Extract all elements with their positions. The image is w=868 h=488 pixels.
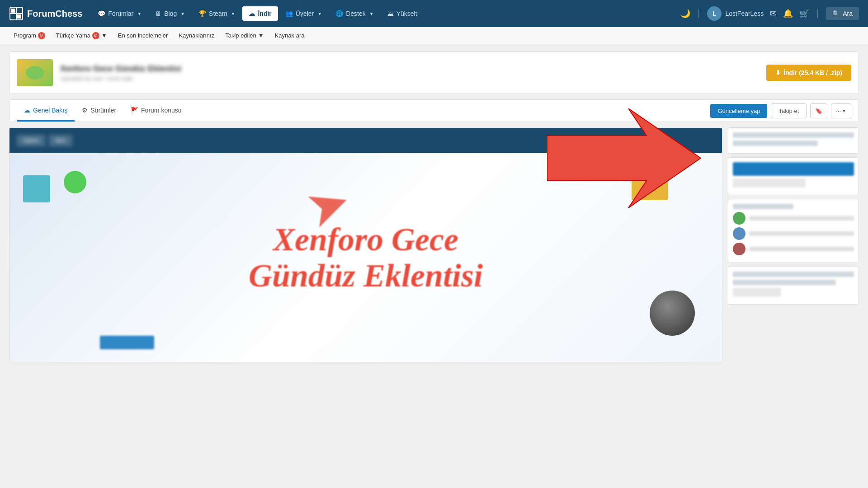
- sidebar-line-4: [733, 272, 854, 277]
- sidebar-card-1: [728, 127, 859, 154]
- content-area: Option Item ➤ Xenforo Gece Günd: [9, 127, 859, 362]
- sub-nav-kaynaklariniz[interactable]: Kaynaklarınız: [174, 30, 219, 41]
- sidebar-text-line-1: [749, 216, 854, 221]
- chevron-down-icon: ▼: [369, 11, 374, 16]
- cart-icon[interactable]: 🛒: [799, 9, 809, 19]
- sidebar-text-line-3: [749, 247, 854, 251]
- svg-rect-4: [17, 14, 21, 19]
- sub-nav-takip[interactable]: Takip edilen ▼: [221, 30, 269, 41]
- sub-nav-turkce-yama[interactable]: Türkçe Yama 🎯 ▼: [52, 30, 112, 41]
- users-icon: 👥: [285, 10, 293, 17]
- flag-icon: 🚩: [131, 107, 138, 114]
- nav-divider: [698, 9, 699, 18]
- upgrade-icon: ⛰: [387, 10, 394, 17]
- top-navbar: ForumChess 💬 Forumlar ▼ 🖥 Blog ▼ 🏆 Steam…: [0, 0, 868, 27]
- preview-header-btn-2[interactable]: Item: [49, 135, 72, 146]
- more-button[interactable]: ··· ▼: [831, 103, 851, 118]
- sidebar-avatar-3: [733, 243, 745, 255]
- tab-genel-bakis[interactable]: ☁ Genel Bakış: [17, 100, 75, 122]
- chevron-down-icon: ▼: [101, 32, 107, 39]
- globe-icon: 🌐: [335, 10, 343, 17]
- nav-yukselt-label: Yükselt: [396, 10, 417, 17]
- sub-nav-takip-label: Takip edilen: [225, 32, 256, 39]
- sidebar-small-2: [733, 288, 781, 297]
- chevron-down-icon: ▼: [317, 11, 322, 16]
- search-label: Ara: [843, 10, 853, 17]
- sidebar-avatar-row-2: [733, 227, 854, 240]
- moon-icon[interactable]: 🌙: [680, 9, 690, 19]
- user-menu[interactable]: L LostFearLess: [707, 6, 764, 21]
- download-icon: ☁: [249, 10, 255, 17]
- overview-icon: ☁: [24, 107, 30, 114]
- nav-destek-label: Destek: [346, 10, 366, 17]
- sub-nav-turkce-yama-label: Türkçe Yama: [56, 32, 90, 39]
- sub-nav-en-son-label: En son incelemeler: [118, 32, 168, 39]
- tab-genel-bakis-label: Genel Bakış: [33, 107, 67, 114]
- bell-icon[interactable]: 🔔: [783, 9, 793, 19]
- nav-items: 💬 Forumlar ▼ 🖥 Blog ▼ 🏆 Steam ▼ ☁ İndir …: [91, 6, 680, 21]
- sidebar-card-4: [728, 267, 859, 305]
- search-button[interactable]: 🔍 Ara: [826, 7, 859, 20]
- sidebar-avatar-2: [733, 227, 745, 240]
- nav-yukselt[interactable]: ⛰ Yükselt: [381, 6, 424, 21]
- update-button[interactable]: Güncelleme yap: [710, 104, 767, 118]
- resource-thumbnail: [17, 59, 53, 86]
- nav-destek[interactable]: 🌐 Destek ▼: [329, 6, 380, 21]
- trophy-icon: 🏆: [198, 10, 206, 17]
- sub-nav-kaynaklariniz-label: Kaynaklarınız: [179, 32, 214, 39]
- tabs-bar: ☁ Genel Bakış ⚙ Sürümler 🚩 Forum konusu …: [9, 99, 859, 122]
- chevron-down-icon: ▼: [842, 108, 846, 113]
- sub-nav-program-label: Program: [14, 32, 36, 39]
- more-dots-icon: ···: [836, 108, 841, 114]
- nav-steam[interactable]: 🏆 Steam ▼: [192, 6, 241, 21]
- sidebar-line-2: [733, 141, 818, 146]
- sidebar: [728, 127, 859, 362]
- sidebar-text-line-2: [749, 231, 854, 236]
- tab-surumler[interactable]: ⚙ Sürümler: [75, 100, 123, 122]
- nav-forumlar-label: Forumlar: [108, 10, 133, 17]
- sidebar-line-1: [733, 132, 854, 138]
- sub-nav-program[interactable]: Program 🎯: [9, 30, 50, 41]
- chevron-down-icon: ▼: [180, 11, 185, 16]
- speech-bubble-icon: 💬: [98, 10, 105, 17]
- brand-name: ForumChess: [27, 9, 82, 19]
- resource-info: Xenforo Gece Gündüz Eklentisi Uploaded b…: [60, 64, 759, 82]
- tab-surumler-label: Sürümler: [90, 107, 116, 114]
- chevron-down-icon: ▼: [231, 11, 236, 16]
- download-button[interactable]: ⬇ İndir (25.4 KB / .zip): [766, 65, 851, 81]
- nav-indir[interactable]: ☁ İndir: [242, 6, 278, 21]
- program-badge-icon: 🎯: [38, 32, 45, 39]
- mail-icon[interactable]: ✉: [770, 9, 777, 19]
- sidebar-line-5: [733, 280, 836, 285]
- chevron-down-icon: ▼: [258, 32, 264, 39]
- nav-uyeler[interactable]: 👥 Üyeler ▼: [279, 6, 328, 21]
- nav-blog-label: Blog: [164, 10, 177, 17]
- preview-content: ➤ Xenforo Gece Gündüz Eklentisi: [9, 153, 722, 362]
- resource-header: Xenforo Gece Gündüz Eklentisi Uploaded b…: [9, 52, 859, 94]
- nav-steam-label: Steam: [209, 10, 227, 17]
- preview-text-line1: Xenforo Gece: [249, 222, 483, 258]
- blog-icon: 🖥: [155, 10, 161, 17]
- brand[interactable]: ForumChess: [9, 6, 82, 21]
- preview-big-text: Xenforo Gece Gündüz Eklentisi: [249, 222, 483, 293]
- sidebar-small-1: [733, 178, 806, 188]
- nav-forumlar[interactable]: 💬 Forumlar ▼: [91, 6, 148, 21]
- sidebar-btn-1: [733, 162, 854, 176]
- tab-forum-konusu[interactable]: 🚩 Forum konusu: [123, 100, 189, 122]
- action-buttons: Güncelleme yap Takip et 🔖 ··· ▼: [710, 103, 851, 118]
- preview-avatar-circle: [650, 291, 695, 336]
- page-wrapper: ForumChess 💬 Forumlar ▼ 🖥 Blog ▼ 🏆 Steam…: [0, 0, 868, 488]
- username: LostFearLess: [725, 10, 764, 17]
- bookmark-button[interactable]: 🔖: [810, 103, 827, 118]
- resource-title: Xenforo Gece Gündüz Eklentisi: [60, 64, 759, 74]
- sub-nav-kaynak-ara[interactable]: Kaynak ara: [270, 30, 309, 41]
- nav-blog[interactable]: 🖥 Blog ▼: [149, 6, 191, 21]
- chevron-down-icon: ▼: [137, 11, 142, 16]
- preview-image-area: Xenforo Gece Gündüz Eklentisi: [9, 153, 722, 362]
- preview-text-line2: Gündüz Eklentisi: [249, 258, 483, 294]
- main-preview: Option Item ➤ Xenforo Gece Günd: [9, 127, 722, 362]
- sub-nav-en-son[interactable]: En son incelemeler: [113, 30, 173, 41]
- tab-forum-konusu-label: Forum konusu: [141, 107, 181, 114]
- preview-header-btn-1[interactable]: Option: [17, 135, 45, 146]
- follow-button[interactable]: Takip et: [771, 103, 807, 118]
